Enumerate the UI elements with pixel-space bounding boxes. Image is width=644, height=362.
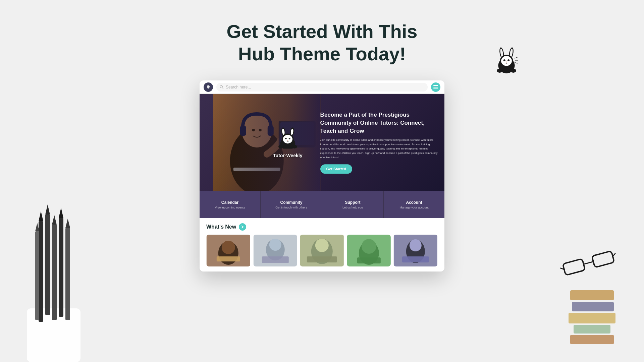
hero-person-svg: [200, 94, 334, 191]
card-title-support: Support: [345, 200, 361, 205]
mascot-top-right: [493, 47, 530, 84]
svg-marker-27: [65, 219, 70, 228]
svg-point-7: [503, 59, 505, 61]
svg-point-6: [501, 56, 512, 66]
news-card-5[interactable]: [393, 235, 438, 266]
svg-point-91: [410, 239, 422, 251]
svg-point-9: [504, 60, 505, 60]
news-card-3-image: [300, 235, 344, 266]
svg-marker-19: [39, 211, 43, 221]
svg-rect-28: [35, 231, 39, 320]
svg-rect-80: [262, 256, 288, 263]
whats-new-more-button[interactable]: [239, 223, 246, 231]
whats-new-section: What's New: [200, 218, 444, 272]
pencils-svg: [20, 201, 87, 362]
svg-rect-26: [65, 228, 70, 320]
news-card-1-image: [206, 235, 251, 266]
svg-point-71: [292, 145, 297, 148]
svg-rect-76: [217, 256, 240, 261]
hero-description: Join our elite community of online tutor…: [320, 138, 438, 160]
svg-point-40: [207, 85, 210, 88]
feature-cards-grid: Calendar View upcoming events Community …: [200, 191, 444, 218]
svg-rect-38: [574, 325, 610, 334]
svg-point-67: [286, 138, 287, 138]
menu-button[interactable]: [431, 82, 440, 92]
news-cards-grid: [206, 235, 438, 266]
svg-line-14: [515, 57, 518, 58]
svg-point-13: [511, 69, 516, 73]
svg-point-12: [497, 69, 502, 73]
news-card-2-image: [253, 235, 298, 266]
whats-new-title: What's New: [206, 224, 236, 230]
right-decor-svg: [557, 213, 624, 347]
svg-point-11: [506, 62, 507, 62]
svg-rect-30: [563, 259, 585, 275]
news-card-3[interactable]: [300, 235, 344, 266]
hero-section: Tutor-Weekly Become a Part of the Presti…: [200, 94, 444, 191]
svg-rect-18: [39, 221, 43, 322]
card-subtitle-account: Manage your account: [399, 206, 429, 209]
mascot-label: Tutor-Weekly: [273, 153, 302, 158]
browser-chrome: Search here...: [200, 80, 444, 94]
hero-mascot-icon: [277, 127, 299, 149]
card-title-calendar: Calendar: [221, 200, 238, 205]
card-subtitle-community: Get in touch with others: [275, 206, 307, 209]
right-decoration: [557, 213, 624, 349]
hero-title: Become a Part of the Prestigious Communi…: [320, 111, 438, 135]
svg-rect-24: [59, 218, 63, 317]
svg-rect-84: [307, 256, 337, 262]
svg-marker-23: [52, 215, 57, 225]
card-title-community: Community: [280, 200, 303, 205]
svg-rect-39: [570, 335, 614, 344]
svg-rect-36: [572, 302, 614, 311]
get-started-button[interactable]: Get Started: [320, 165, 352, 174]
svg-rect-37: [569, 313, 615, 323]
hero-content: Become a Part of the Prestigious Communi…: [320, 111, 438, 174]
news-card-5-image: [393, 235, 438, 266]
svg-rect-20: [45, 215, 50, 315]
svg-point-70: [278, 145, 283, 148]
svg-rect-22: [52, 225, 57, 320]
card-subtitle-support: Let us help you: [342, 206, 363, 209]
feature-card-calendar[interactable]: Calendar View upcoming events: [200, 191, 260, 218]
news-card-4-image: [347, 235, 391, 266]
card-subtitle-calendar: View upcoming events: [215, 206, 245, 209]
news-card-1[interactable]: [206, 235, 251, 266]
svg-rect-31: [592, 251, 614, 267]
svg-point-75: [222, 241, 235, 254]
svg-point-68: [289, 138, 290, 138]
site-logo: [204, 82, 213, 92]
browser-window: Search here...: [200, 80, 444, 272]
svg-rect-92: [402, 256, 429, 262]
svg-point-79: [269, 239, 281, 251]
svg-rect-35: [570, 290, 614, 300]
svg-point-83: [315, 239, 329, 252]
hamburger-icon: [433, 85, 438, 89]
svg-point-41: [220, 85, 222, 88]
svg-point-64: [283, 135, 292, 143]
whats-new-header: What's New: [206, 223, 438, 231]
svg-point-10: [508, 60, 509, 60]
svg-marker-25: [59, 208, 63, 218]
feature-card-community[interactable]: Community Get in touch with others: [261, 191, 322, 218]
pencil-decoration: [20, 201, 87, 362]
svg-line-32: [584, 262, 593, 264]
svg-rect-88: [357, 257, 381, 263]
headline-text: Get Started With This Hub Theme Today!: [227, 20, 418, 65]
feature-card-account[interactable]: Account Manage your account: [384, 191, 444, 218]
page-headline: Get Started With This Hub Theme Today!: [227, 20, 418, 65]
search-icon: [220, 85, 224, 89]
svg-rect-45: [433, 88, 438, 89]
feature-card-support[interactable]: Support Let us help you: [322, 191, 383, 218]
svg-point-87: [362, 239, 376, 254]
search-bar[interactable]: Search here...: [216, 83, 428, 92]
news-card-2[interactable]: [253, 235, 298, 266]
news-card-4[interactable]: [347, 235, 391, 266]
mascot-bunny-icon: [493, 47, 520, 74]
svg-rect-44: [433, 87, 438, 87]
hero-image-area: [200, 94, 334, 191]
svg-line-42: [222, 87, 223, 88]
svg-marker-21: [45, 204, 50, 215]
logo-icon: [206, 84, 211, 90]
svg-line-16: [515, 62, 517, 63]
